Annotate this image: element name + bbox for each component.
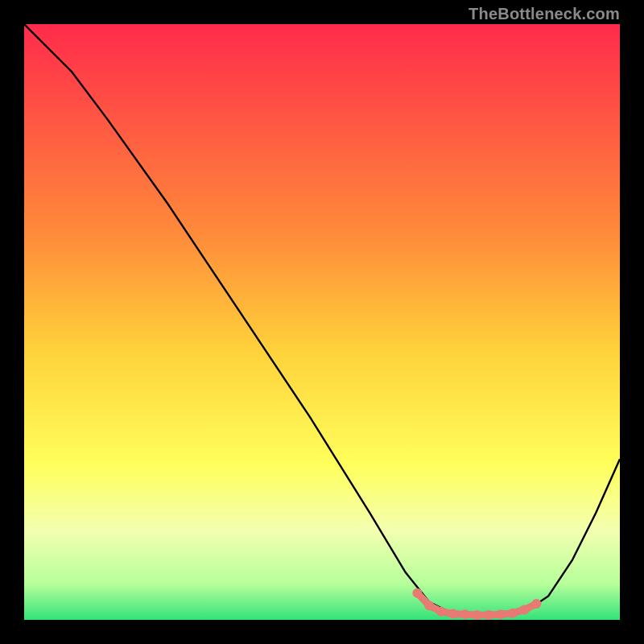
curve-layer <box>24 24 620 620</box>
optimal-range-marker <box>531 599 541 609</box>
chart-container: TheBottleneck.com <box>0 0 644 644</box>
optimal-range-marker <box>448 609 458 619</box>
optimal-range-marker <box>412 588 422 598</box>
optimal-range-marker <box>496 609 506 619</box>
plot-area <box>24 24 620 620</box>
optimal-range-marker <box>472 610 481 620</box>
optimal-range-marker <box>424 601 434 610</box>
optimal-range-marker <box>508 609 518 618</box>
optimal-range-marker <box>484 610 493 620</box>
bottleneck-curve <box>24 24 620 615</box>
optimal-range-marker <box>520 605 530 614</box>
optimal-range-marker <box>460 609 470 619</box>
watermark-label: TheBottleneck.com <box>469 5 620 23</box>
optimal-range-marker <box>436 607 446 617</box>
optimal-range-markers <box>412 588 541 620</box>
